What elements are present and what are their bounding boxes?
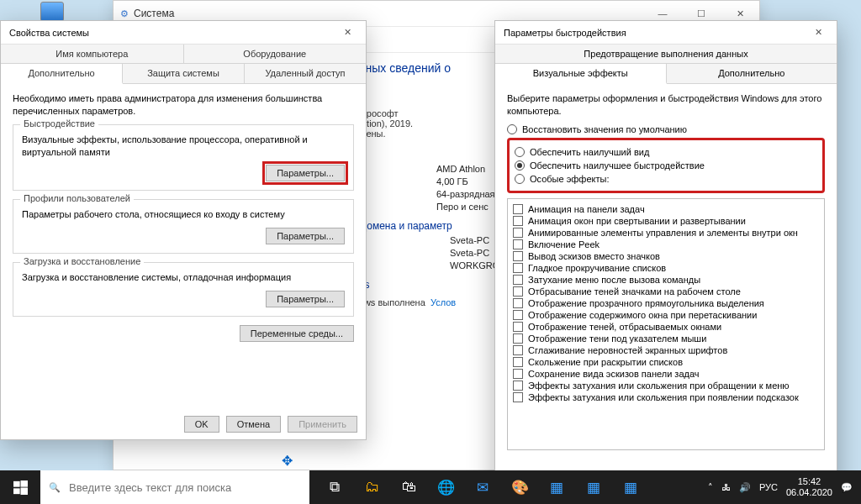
checkbox-icon — [513, 263, 523, 273]
edge-icon[interactable]: 🌐 — [427, 470, 464, 504]
effect-label: Сохранение вида эскизов панели задач — [528, 369, 700, 379]
apply-button[interactable]: Применить — [288, 416, 357, 433]
svg-rect-0 — [13, 480, 20, 486]
checkbox-icon — [513, 239, 523, 249]
settings-button[interactable]: Параметры... — [266, 228, 345, 244]
mail-icon[interactable]: ✉ — [464, 470, 501, 504]
effect-checkbox-row[interactable]: Вывод эскизов вместо значков — [513, 251, 819, 261]
effect-checkbox-row[interactable]: Анимация окон при свертывании и разверты… — [513, 216, 819, 226]
effect-checkbox-row[interactable]: Включение Peek — [513, 239, 819, 249]
radio-option[interactable]: Особые эффекты: — [515, 174, 817, 184]
virtualbox-icon — [40, 2, 64, 22]
effect-checkbox-row[interactable]: Эффекты затухания или скольжения при обр… — [513, 381, 819, 391]
effect-checkbox-row[interactable]: Отображение прозрачного прямоугольника в… — [513, 298, 819, 308]
tab-hardware[interactable]: Оборудование — [184, 45, 367, 63]
task-view-icon[interactable]: ⧉ — [316, 470, 353, 504]
paint-icon[interactable]: 🎨 — [501, 470, 538, 504]
effect-checkbox-row[interactable]: Отбрасывание теней значками на рабочем с… — [513, 286, 819, 297]
start-button[interactable] — [0, 470, 40, 504]
tab-visual-effects[interactable]: Визуальные эффекты — [495, 64, 667, 84]
effect-label: Гладкое прокручивание списков — [528, 263, 666, 273]
effect-checkbox-row[interactable]: Затухание меню после вызова команды — [513, 275, 819, 285]
group-legend: Профили пользователей — [20, 193, 134, 203]
gear-icon: ⚙ — [120, 8, 129, 19]
effect-checkbox-row[interactable]: Отображение содержимого окна при перетас… — [513, 310, 819, 320]
tab-computer-name[interactable]: Имя компьютера — [1, 45, 184, 63]
close-icon[interactable]: ✕ — [800, 21, 837, 45]
effect-checkbox-row[interactable]: Анимация на панели задач — [513, 204, 819, 214]
group-desc: Визуальные эффекты, использование процес… — [22, 134, 345, 159]
tab-dep[interactable]: Предотвращение выполнения данных — [495, 45, 837, 63]
checkbox-icon — [513, 345, 523, 355]
tray-clock[interactable]: 15:42 06.04.2020 — [786, 476, 832, 497]
effects-checklist[interactable]: Анимация на панели задачАнимация окон пр… — [507, 198, 825, 450]
checkbox-icon — [513, 369, 523, 379]
ok-button[interactable]: OK — [184, 416, 219, 433]
group-desc: Параметры рабочего стола, относящиеся ко… — [22, 208, 345, 221]
effect-label: Включение Peek — [528, 239, 600, 249]
effect-label: Отображение содержимого окна при перетас… — [528, 310, 757, 320]
effect-checkbox-row[interactable]: Анимированные элементы управления и элем… — [513, 228, 819, 238]
tray-lang[interactable]: РУС — [759, 482, 778, 492]
file-explorer-icon[interactable]: 🗂 — [353, 470, 390, 504]
radio-icon — [515, 147, 525, 157]
checkbox-icon — [513, 333, 523, 344]
settings-button[interactable]: Параметры... — [266, 165, 345, 181]
effect-label: Скольжение при раскрытии списков — [528, 357, 683, 367]
checkbox-icon — [513, 251, 523, 261]
close-icon[interactable]: ✕ — [329, 21, 366, 45]
search-input[interactable] — [69, 481, 309, 494]
search-icon: 🔍 — [49, 482, 61, 493]
checkbox-icon — [513, 392, 523, 402]
tray-volume-icon[interactable]: 🔊 — [739, 482, 751, 493]
effect-checkbox-row[interactable]: Эффекты затухания или скольжения при поя… — [513, 392, 819, 402]
performance-options-dialog: Параметры быстродействия ✕ Предотвращени… — [494, 20, 837, 494]
activation-terms-link[interactable]: Услов — [430, 297, 456, 307]
app-icon-1[interactable]: ▦ — [538, 470, 575, 504]
info-value: Sveta-PC — [450, 248, 489, 258]
effect-checkbox-row[interactable]: Гладкое прокручивание списков — [513, 263, 819, 273]
effect-checkbox-row[interactable]: Скольжение при раскрытии списков — [513, 357, 819, 367]
effect-label: Отображение прозрачного прямоугольника в… — [528, 298, 764, 308]
app-icon-3[interactable]: ▦ — [612, 470, 649, 504]
checkbox-icon — [513, 216, 523, 226]
tab-remote[interactable]: Удаленный доступ — [245, 64, 366, 83]
highlighted-radio-group: Обеспечить наилучший видОбеспечить наилу… — [507, 138, 825, 193]
app-icon-2[interactable]: ▦ — [575, 470, 612, 504]
effect-label: Анимация окон при свертывании и разверты… — [528, 216, 746, 226]
group-legend: Загрузка и восстановление — [20, 256, 144, 266]
radio-icon — [515, 174, 525, 184]
radio-option[interactable]: Обеспечить наилучший вид — [515, 147, 817, 157]
system-properties-dialog: Свойства системы ✕ Имя компьютера Оборуд… — [0, 20, 367, 440]
effect-checkbox-row[interactable]: Отображение тени под указателем мыши — [513, 333, 819, 344]
tab-advanced[interactable]: Дополнительно — [1, 64, 123, 84]
info-value: 4,00 ГБ — [436, 176, 468, 186]
tray-network-icon[interactable]: 🖧 — [721, 482, 731, 492]
tab-advanced-perf[interactable]: Дополнительно — [667, 64, 837, 83]
env-vars-button[interactable]: Переменные среды... — [240, 325, 354, 342]
cancel-button[interactable]: Отмена — [226, 416, 281, 433]
radio-option[interactable]: Восстановить значения по умолчанию — [507, 124, 825, 134]
checkbox-icon — [513, 381, 523, 391]
radio-option[interactable]: Обеспечить наилучшее быстродействие — [515, 160, 817, 171]
effect-label: Анимированные элементы управления и элем… — [528, 228, 798, 238]
effect-label: Эффекты затухания или скольжения при обр… — [528, 381, 790, 391]
effect-label: Вывод эскизов вместо значков — [528, 251, 660, 261]
store-icon[interactable]: 🛍 — [390, 470, 427, 504]
tray-notifications-icon[interactable]: 💬 — [841, 482, 853, 493]
radio-icon — [507, 124, 517, 134]
effect-checkbox-row[interactable]: Отображение теней, отбрасываемых окнами — [513, 322, 819, 332]
info-value: AMD Athlon — [436, 164, 485, 174]
radio-label: Восстановить значения по умолчанию — [522, 124, 687, 134]
taskbar-search[interactable]: 🔍 — [40, 470, 309, 504]
settings-button[interactable]: Параметры... — [266, 291, 345, 307]
dialog-title: Свойства системы — [9, 28, 89, 38]
effect-checkbox-row[interactable]: Сохранение вида эскизов панели задач — [513, 369, 819, 379]
system-title: Система — [134, 8, 174, 19]
radio-label: Особые эффекты: — [530, 174, 609, 184]
effect-checkbox-row[interactable]: Сглаживание неровностей экранных шрифтов — [513, 345, 819, 355]
info-value: 64-разрядная — [436, 189, 495, 199]
tab-system-protect[interactable]: Защита системы — [123, 64, 245, 83]
effect-label: Затухание меню после вызова команды — [528, 275, 700, 285]
tray-chevron-icon[interactable]: ˄ — [708, 482, 713, 493]
